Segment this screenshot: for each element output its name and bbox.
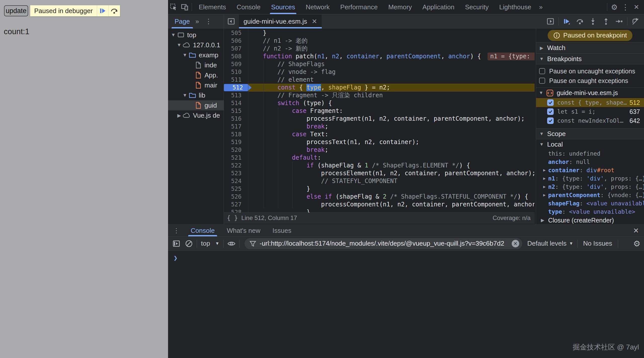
hide-navigator-button[interactable] [227,17,235,26]
scope-entry-n2[interactable]: ▶n2: {type: 'div', props: {…} [536,183,644,191]
tree-item-inde[interactable]: inde [168,60,224,70]
tab-elements[interactable]: Elements [193,0,231,14]
scope-local-header[interactable]: ▼ Local [536,139,644,149]
scope-closure-header[interactable]: ▶ Closure (createRender) [536,216,644,225]
console-settings-gear-icon[interactable]: ⚙ [633,239,640,248]
console-prompt[interactable]: ❯ [168,251,644,262]
pause-on-uncaught-row[interactable]: Pause on uncaught exceptions [536,66,644,76]
checkbox-checked[interactable] [547,108,554,115]
tab-performance[interactable]: Performance [335,0,383,14]
line-number[interactable]: 509 [224,60,242,68]
scope-entry-parentComponent[interactable]: ▶parentComponent: {vnode: {…}, [536,191,644,199]
execution-line-badge[interactable]: 512 [224,84,252,91]
step-over-button[interactable] [573,16,586,27]
line-number[interactable]: 514 [224,99,242,107]
line-number[interactable]: 518 [224,130,242,138]
banner-step-over-button[interactable] [108,5,120,16]
step-out-button[interactable] [599,16,613,27]
line-number[interactable]: 516 [224,115,242,123]
line-number[interactable]: 507 [224,45,242,53]
tab-security[interactable]: Security [460,0,494,14]
code-editor[interactable]: 505}506// n1 -> 老的507// n2 -> 新的508funct… [224,28,535,212]
chevron-down-icon[interactable]: ▼ [182,93,188,98]
checkbox-checked[interactable] [547,117,554,124]
line-number[interactable]: 513 [224,92,242,99]
chevron-down-icon[interactable]: ▼ [176,42,182,48]
console-sidebar-toggle-button[interactable] [170,239,183,248]
device-toolbar-button[interactable] [179,2,190,12]
line-number[interactable]: 506 [224,37,242,45]
breakpoint-entry[interactable]: const newIndexToOl…642 [536,116,644,125]
tree-item-mair[interactable]: mair [168,80,224,90]
checkbox-checked[interactable] [547,99,554,106]
context-selector[interactable]: top [201,240,210,247]
chevron-down-icon[interactable]: ▼ [170,32,177,38]
breakpoint-file-row[interactable]: ▼ guide-mini-vue.esm.js [536,87,644,98]
pause-on-caught-row[interactable]: Pause on caught exceptions [536,76,644,85]
drawer-close-icon[interactable]: ✕ [628,227,644,235]
scope-section-header[interactable]: ▼ Scope [536,128,644,139]
breakpoint-entry[interactable]: const { type, shape…512 [536,98,644,107]
tree-item-top[interactable]: ▼top [168,30,224,40]
console-filter-input[interactable]: -url:http://localhost:5174/node_modules/… [245,238,522,249]
line-number[interactable]: 526 [224,193,242,201]
line-number[interactable]: 511 [224,76,242,84]
line-number[interactable]: 525 [224,185,242,193]
tree-item-lib[interactable]: ▼lib [168,90,224,100]
drawer-tab-console[interactable]: Console [185,225,221,236]
breakpoints-section-header[interactable]: ▼ Breakpoints [536,53,644,64]
tree-item-vue-js-de[interactable]: ▶Vue.js de [168,110,224,120]
update-button[interactable]: update [4,5,28,16]
checkbox-unchecked[interactable] [539,68,545,74]
banner-resume-button[interactable] [97,5,108,16]
more-navigator-tabs-chevron[interactable]: » [195,18,199,25]
file-tab[interactable]: guide-mini-vue.esm.js ✕ [239,15,322,28]
resume-script-button[interactable] [560,16,573,27]
chevron-down-icon[interactable]: ▼ [182,52,188,58]
chevron-right-icon[interactable]: ▶ [541,193,548,197]
line-number[interactable]: 517 [224,123,242,130]
chevron-right-icon[interactable]: ▶ [541,176,548,181]
devtools-close-icon[interactable]: ✕ [631,3,642,11]
navigator-menu-kebab-icon[interactable]: ⋮ [205,17,212,25]
line-number[interactable]: 505 [224,29,242,37]
drawer-tab-issues[interactable]: Issues [266,225,297,236]
settings-gear-icon[interactable]: ⚙ [609,3,620,12]
live-expression-button[interactable] [225,239,238,248]
tab-network[interactable]: Network [300,0,335,14]
pretty-print-button[interactable]: { } [227,214,238,221]
no-issues-link[interactable]: No Issues [583,240,612,247]
tree-item-guid[interactable]: guid [168,100,224,110]
devtools-menu-kebab-icon[interactable]: ⋮ [620,3,631,12]
tab-lighthouse[interactable]: Lighthouse [494,0,536,14]
default-levels-dropdown[interactable]: Default levels [527,240,567,247]
watch-section-header[interactable]: ▶ Watch [536,42,644,53]
scope-entry-n1[interactable]: ▶n1: {type: 'div', props: {…}, [536,174,644,183]
navigator-tab-page[interactable]: Page [175,15,190,28]
tab-application[interactable]: Application [417,0,460,14]
step-button[interactable] [613,16,626,27]
tab-console[interactable]: Console [231,0,266,14]
filter-clear-icon[interactable]: ✕ [512,240,519,247]
line-number[interactable]: 523 [224,169,242,177]
line-number[interactable]: 510 [224,68,242,76]
chevron-right-icon[interactable]: ▶ [541,184,548,189]
line-number[interactable]: 515 [224,107,242,115]
scope-entry-container[interactable]: ▶container: div#root [536,166,644,174]
tree-item-app-[interactable]: App. [168,70,224,80]
line-number[interactable]: 528 [224,208,242,212]
toggle-sidebar-button[interactable] [544,16,557,27]
line-number[interactable]: 519 [224,138,242,146]
line-number[interactable]: 520 [224,146,242,154]
line-number[interactable]: 508 [224,53,242,60]
tab-memory[interactable]: Memory [383,0,417,14]
inspect-element-button[interactable] [168,2,179,12]
more-panels-chevron[interactable]: » [537,3,545,11]
tree-item-127-0-0-1[interactable]: ▼127.0.0.1 [168,40,224,50]
drawer-menu-kebab-icon[interactable]: ⋮ [168,227,185,235]
tree-item-examp[interactable]: ▼examp [168,50,224,60]
line-number[interactable]: 521 [224,154,242,162]
chevron-right-icon[interactable]: ▶ [541,168,548,172]
line-number[interactable]: 522 [224,162,242,169]
checkbox-unchecked[interactable] [539,78,545,84]
